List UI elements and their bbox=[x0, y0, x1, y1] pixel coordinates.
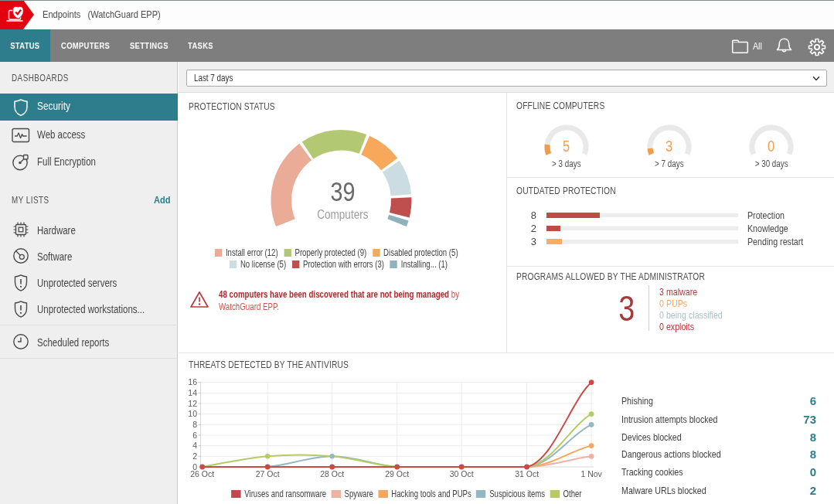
svg-text:4: 4 bbox=[192, 441, 197, 450]
svg-text:8: 8 bbox=[192, 420, 197, 429]
svg-text:1 Nov: 1 Nov bbox=[580, 469, 602, 478]
svg-text:16: 16 bbox=[188, 377, 197, 387]
svg-text:27 Oct: 27 Oct bbox=[256, 469, 280, 478]
svg-text:6: 6 bbox=[192, 431, 197, 440]
svg-text:10: 10 bbox=[188, 409, 197, 418]
svg-text:12: 12 bbox=[188, 399, 197, 408]
svg-text:29 Oct: 29 Oct bbox=[385, 469, 409, 478]
svg-text:14: 14 bbox=[188, 388, 197, 397]
svg-text:30 Oct: 30 Oct bbox=[450, 469, 474, 478]
svg-text:2: 2 bbox=[192, 451, 197, 461]
svg-text:31 Oct: 31 Oct bbox=[515, 469, 539, 478]
svg-text:26 Oct: 26 Oct bbox=[190, 469, 214, 478]
svg-text:28 Oct: 28 Oct bbox=[320, 469, 344, 478]
